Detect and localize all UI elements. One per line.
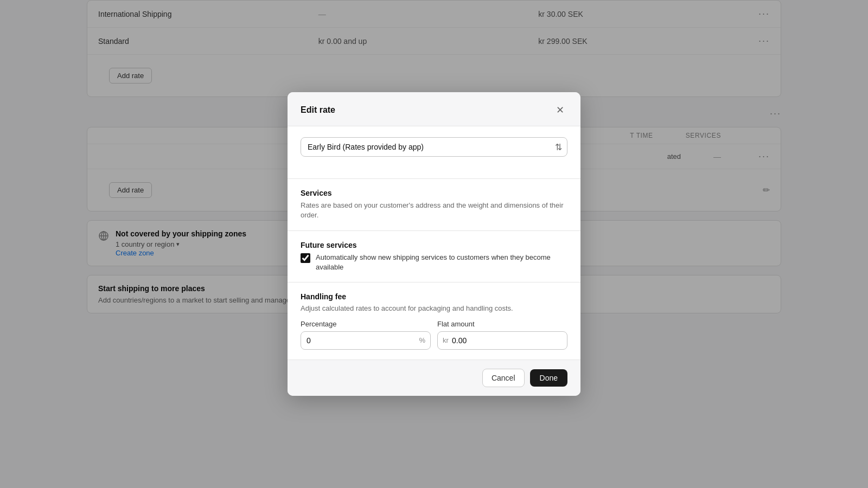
services-description: Rates are based on your customer's addre… [301, 201, 567, 220]
edit-rate-modal: Edit rate ✕ Early Bird (Rates provided b… [288, 92, 580, 396]
future-services-checkbox-row: Automatically show new shipping services… [301, 253, 567, 272]
flat-amount-input[interactable] [437, 331, 567, 350]
done-button[interactable]: Done [530, 369, 567, 387]
future-services-checkbox[interactable] [301, 253, 310, 263]
close-icon: ✕ [556, 104, 564, 116]
rate-type-dropdown-wrapper: Early Bird (Rates provided by app) ⇅ [301, 137, 567, 157]
close-button[interactable]: ✕ [553, 103, 567, 117]
flat-amount-input-wrapper: kr [437, 331, 567, 350]
rate-type-dropdown[interactable]: Early Bird (Rates provided by app) [301, 137, 567, 157]
services-title: Services [301, 189, 567, 197]
handling-fee-description: Adjust calculated rates to account for p… [301, 304, 567, 312]
percentage-input[interactable] [301, 331, 431, 350]
flat-amount-label: Flat amount [437, 320, 567, 328]
handling-fee-title: Handling fee [301, 292, 567, 301]
percentage-input-group: Percentage % [301, 320, 431, 350]
future-services-title: Future services [301, 241, 567, 249]
flat-amount-input-group: Flat amount kr [437, 320, 567, 350]
modal-title: Edit rate [301, 105, 335, 115]
future-services-checkbox-label: Automatically show new shipping services… [316, 253, 567, 272]
handling-fee-section: Handling fee Adjust calculated rates to … [288, 282, 580, 359]
percentage-input-wrapper: % [301, 331, 431, 350]
modal-body: Early Bird (Rates provided by app) ⇅ [288, 126, 580, 178]
percentage-label: Percentage [301, 320, 431, 328]
modal-footer: Cancel Done [288, 359, 580, 396]
cancel-button[interactable]: Cancel [482, 369, 525, 387]
fee-inputs-row: Percentage % Flat amount kr [301, 320, 567, 350]
modal-overlay: Edit rate ✕ Early Bird (Rates provided b… [0, 0, 868, 488]
services-section: Services Rates are based on your custome… [288, 178, 580, 230]
modal-header: Edit rate ✕ [288, 92, 580, 126]
future-services-section: Future services Automatically show new s… [288, 230, 580, 282]
